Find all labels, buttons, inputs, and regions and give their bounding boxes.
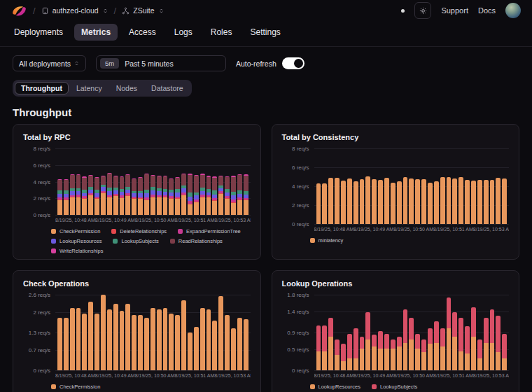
subtab-datastore[interactable]: Datastore — [145, 82, 190, 94]
metric-subtabs: Throughput Latency Nodes Datastore — [13, 80, 192, 97]
bar — [360, 337, 365, 370]
theme-toggle-button[interactable] — [414, 2, 431, 19]
tab-metrics[interactable]: Metrics — [74, 24, 118, 41]
bar — [107, 173, 112, 215]
support-link[interactable]: Support — [441, 6, 468, 15]
y-axis: 2.6 req/s2 req/s1.3 req/s0.7 req/s0 req/… — [23, 295, 55, 370]
bar — [231, 176, 236, 215]
bars — [57, 148, 248, 215]
legend-item: LookupResources — [51, 238, 102, 244]
x-tick-label: 8/19/25, 10:51 AM — [174, 373, 214, 378]
bar-segment — [225, 315, 230, 370]
legend-label: ExpandPermissionTree — [186, 228, 241, 234]
y-axis: 8 req/s6 req/s4 req/s2 req/s0 req/s — [282, 148, 314, 224]
docs-link[interactable]: Docs — [478, 6, 496, 15]
subtab-nodes[interactable]: Nodes — [110, 82, 144, 94]
bar — [458, 177, 463, 224]
bar-segment — [169, 314, 174, 370]
auto-refresh-control: Auto-refresh — [236, 57, 304, 69]
y-tick-label: 0.5 req/s — [287, 346, 309, 353]
gridline — [55, 215, 251, 216]
time-range-field[interactable]: 5m Past 5 minutes — [96, 55, 226, 71]
bar — [138, 315, 143, 370]
deployment-select[interactable]: All deployments — [13, 55, 86, 71]
tab-access[interactable]: Access — [122, 24, 163, 41]
bar — [434, 321, 439, 370]
legend-item: CheckPermission — [51, 384, 100, 390]
bar — [70, 174, 75, 215]
authzed-logo-icon[interactable] — [11, 3, 27, 19]
bar — [225, 176, 230, 215]
bar-segment — [150, 197, 155, 216]
tab-roles[interactable]: Roles — [204, 24, 239, 41]
bar-segment — [335, 178, 340, 224]
bar-segment — [384, 178, 389, 224]
gridline — [314, 224, 510, 225]
chevron-up-down-icon — [158, 8, 164, 14]
breadcrumb-org[interactable]: authzed-cloud — [41, 6, 108, 15]
bar-segment — [322, 351, 327, 370]
legend-label: DeleteRelationships — [120, 228, 167, 234]
legend-label: LookupSubjects — [121, 238, 158, 244]
bar — [477, 180, 482, 225]
bar-segment — [175, 178, 180, 189]
bar-segment — [440, 177, 445, 225]
bar-segment — [218, 176, 223, 186]
bar-segment — [347, 178, 352, 224]
auto-refresh-toggle[interactable] — [282, 57, 304, 69]
bar — [212, 321, 217, 370]
bar-segment — [150, 308, 155, 370]
user-avatar[interactable] — [505, 3, 521, 18]
bar — [194, 175, 199, 215]
bar — [206, 176, 211, 215]
bar-segment — [132, 179, 136, 191]
bar — [354, 181, 358, 224]
legend-swatch — [51, 229, 56, 234]
tab-deployments[interactable]: Deployments — [7, 24, 70, 41]
bar-segment — [200, 308, 205, 370]
bar-segment — [212, 321, 217, 370]
bar-segment — [237, 175, 242, 190]
bar — [322, 326, 327, 370]
topbar: / authzed-cloud / ZSuite Support Docs — [0, 0, 532, 21]
bar-segment — [82, 199, 87, 215]
breadcrumb-project[interactable]: ZSuite — [122, 6, 164, 15]
bar — [64, 179, 69, 215]
toggle-knob — [294, 59, 303, 68]
bar — [150, 308, 155, 370]
bar-segment — [465, 354, 470, 370]
plot — [55, 295, 251, 370]
bar — [328, 318, 333, 370]
bar — [316, 183, 321, 224]
subtab-throughput[interactable]: Throughput — [15, 82, 69, 94]
bar — [502, 178, 507, 225]
y-tick-label: 4 req/s — [34, 178, 50, 185]
bar-segment — [471, 307, 476, 337]
bar — [440, 177, 445, 225]
gridline — [314, 370, 510, 371]
bar-segment — [194, 176, 199, 192]
bar — [64, 318, 69, 370]
x-tick-label: 8/19/25, 10:53 AM — [473, 373, 509, 378]
subtab-latency[interactable]: Latency — [70, 82, 108, 94]
y-tick-label: 4 req/s — [292, 183, 309, 190]
bar-segment — [57, 180, 62, 190]
bar — [335, 340, 340, 370]
bar-segment — [57, 200, 62, 215]
bar — [225, 315, 230, 370]
bar-segment — [354, 358, 358, 370]
bar-segment — [360, 179, 365, 224]
tab-settings[interactable]: Settings — [243, 24, 287, 41]
chart-legend: CheckPermissionDeleteRelationshipsExpand… — [51, 228, 251, 254]
legend-label: LookupResources — [59, 238, 102, 244]
bar-segment — [200, 175, 205, 188]
bar — [403, 309, 408, 370]
bar — [347, 178, 352, 224]
bar — [347, 334, 352, 370]
plot — [55, 148, 251, 215]
bar-segment — [188, 332, 192, 370]
bar — [365, 312, 370, 370]
tab-logs[interactable]: Logs — [167, 24, 200, 41]
bar-segment — [335, 340, 340, 355]
x-tick-label: 8/19/25, 10:53 AM — [473, 227, 509, 232]
